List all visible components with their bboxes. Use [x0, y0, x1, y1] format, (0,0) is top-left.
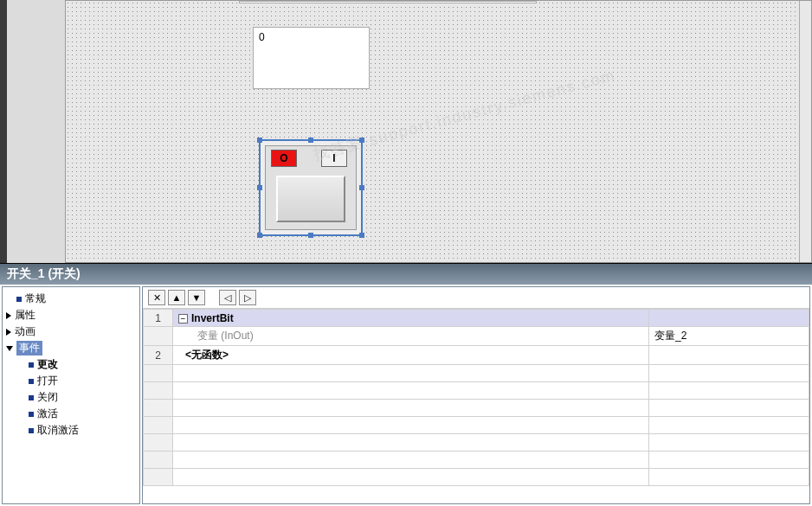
delete-button[interactable]: ✕: [148, 290, 165, 305]
grid-toolbar: ✕ ▲ ▼ ◁ ▷: [143, 287, 809, 309]
expand-icon: [6, 312, 11, 319]
tree-event-deactivate[interactable]: 取消激活: [4, 422, 138, 439]
move-up-button[interactable]: ▲: [168, 290, 185, 305]
scrollbar-vertical[interactable]: [799, 1, 811, 262]
category-tree: 常规 属性 动画 事件 更改 打开 关闭 激活 取消激活: [2, 286, 140, 504]
resize-handle[interactable]: [359, 138, 364, 143]
tree-animations[interactable]: 动画: [4, 323, 138, 340]
bullet-icon: [29, 428, 34, 433]
table-row[interactable]: 1 −InvertBit: [144, 310, 809, 327]
bullet-icon: [29, 362, 34, 368]
switch-button[interactable]: [276, 176, 345, 222]
expand-icon: [6, 329, 11, 336]
switch-led-off: I: [321, 150, 347, 167]
row-number: [144, 327, 173, 346]
no-function-cell[interactable]: <无函数>: [173, 346, 649, 365]
table-row[interactable]: [144, 400, 809, 417]
param-label-cell: 变量 (InOut): [173, 327, 649, 346]
table-row[interactable]: [144, 365, 809, 382]
tree-events[interactable]: 事件: [4, 340, 138, 356]
bullet-icon: [29, 395, 34, 400]
tree-event-open[interactable]: 打开: [4, 373, 138, 389]
table-row[interactable]: [144, 434, 809, 452]
io-field-value: 0: [259, 31, 265, 43]
empty-cell: [649, 310, 809, 327]
resize-handle[interactable]: [359, 233, 364, 238]
function-grid[interactable]: 1 −InvertBit 变量 (InOut) 变量_2 2 <无函数>: [143, 309, 809, 486]
tree-properties[interactable]: 属性: [4, 307, 138, 323]
hmi-canvas[interactable]: 0 O I 找答案 support.industry.siemens.com: [65, 0, 812, 263]
move-down-button[interactable]: ▼: [188, 290, 205, 305]
param-value-cell[interactable]: 变量_2: [649, 327, 809, 346]
resize-handle[interactable]: [359, 185, 364, 190]
resize-handle[interactable]: [257, 233, 262, 238]
switch-led-on: O: [271, 150, 297, 167]
resize-handle[interactable]: [308, 233, 313, 238]
collapse-icon[interactable]: −: [178, 314, 188, 323]
table-row[interactable]: [144, 452, 809, 469]
table-row[interactable]: 2 <无函数>: [144, 346, 809, 365]
switch-inner: O I: [265, 145, 357, 230]
resize-handle[interactable]: [308, 138, 313, 143]
table-row[interactable]: [144, 469, 809, 486]
indent-button[interactable]: ▷: [239, 290, 256, 305]
row-number: 2: [144, 346, 173, 365]
tree-event-close[interactable]: 关闭: [4, 389, 138, 406]
canvas-object-top[interactable]: [239, 1, 537, 3]
table-row[interactable]: [144, 417, 809, 434]
table-row[interactable]: [144, 382, 809, 400]
outdent-button[interactable]: ◁: [219, 290, 236, 305]
bullet-icon: [29, 412, 34, 417]
tree-event-activate[interactable]: 激活: [4, 406, 138, 422]
resize-handle[interactable]: [257, 138, 262, 143]
properties-area: 常规 属性 动画 事件 更改 打开 关闭 激活 取消激活 ✕ ▲ ▼ ◁ ▷ 1…: [0, 285, 812, 506]
function-name-cell[interactable]: −InvertBit: [173, 310, 649, 327]
function-grid-panel: ✕ ▲ ▼ ◁ ▷ 1 −InvertBit 变量 (InOut) 变量_2 2…: [142, 286, 810, 504]
collapse-icon: [6, 346, 13, 351]
design-area: 0 O I 找答案 support.industry.siemens.com: [0, 0, 812, 264]
resize-handle[interactable]: [257, 185, 262, 190]
tree-general[interactable]: 常规: [4, 291, 138, 307]
ruler-gray: [7, 0, 65, 263]
empty-cell: [649, 346, 809, 365]
properties-title: 开关_1 (开关): [0, 264, 812, 285]
io-field[interactable]: 0: [253, 27, 370, 89]
ruler-dark: [0, 0, 7, 263]
bullet-icon: [16, 297, 22, 302]
bullet-icon: [29, 379, 34, 384]
table-row[interactable]: 变量 (InOut) 变量_2: [144, 327, 809, 346]
tree-event-change[interactable]: 更改: [4, 356, 138, 373]
row-number: 1: [144, 310, 173, 327]
switch-widget-selected[interactable]: O I: [259, 139, 363, 236]
